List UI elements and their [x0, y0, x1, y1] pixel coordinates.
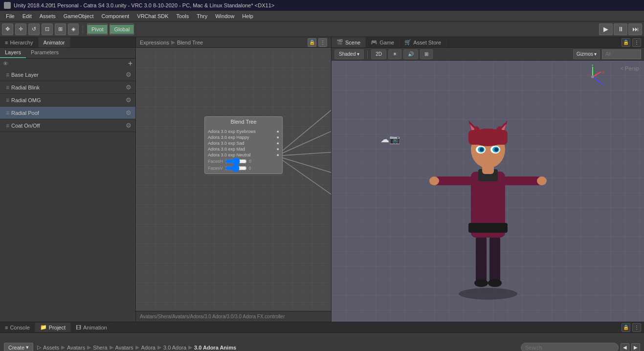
breadcrumb-blend-tree[interactable]: Blend Tree: [177, 40, 203, 45]
layer-coat-onoff[interactable]: Coat On/Off ⚙: [0, 119, 135, 132]
bottom-more-btn[interactable]: ⋮: [632, 323, 641, 332]
layer-radial-omg[interactable]: Radial OMG ⚙: [0, 94, 135, 107]
tab-project[interactable]: 📁 Project: [35, 323, 71, 332]
bc-avatars2[interactable]: Avatars: [115, 345, 133, 351]
right-tab-bar: 🎬 Scene 🎮 Game 🛒 Asset Store 🔒 ⋮: [332, 37, 644, 48]
tool-move[interactable]: ✛: [15, 23, 26, 35]
console-icon: ≡: [5, 325, 8, 330]
tab-parameters[interactable]: Parameters: [26, 48, 64, 58]
bc-adora[interactable]: Adora: [141, 345, 155, 351]
blend-tree-main-node[interactable]: Blend Tree Adora 3.0 exp Eyebrows ● Ador…: [204, 116, 283, 174]
menu-tools[interactable]: Tools: [173, 12, 193, 20]
menu-file[interactable]: File: [2, 12, 19, 20]
tab-hierarchy[interactable]: ≡ Hierarchy: [0, 37, 39, 47]
gizmos-dropdown[interactable]: Gizmos ▾: [573, 49, 600, 59]
menu-help[interactable]: Help: [238, 12, 257, 20]
breadcrumb-expressions[interactable]: Expressions: [140, 40, 169, 45]
menu-gameobject[interactable]: GameObject: [60, 12, 98, 20]
bc-assets[interactable]: Assets: [43, 345, 59, 351]
bt-sad-dot: ●: [277, 141, 279, 146]
unity-icon: [4, 2, 11, 9]
main-node-title: Blend Tree: [205, 117, 282, 127]
menu-edit[interactable]: Edit: [19, 12, 36, 20]
blend-more-btn[interactable]: ⋮: [318, 38, 327, 47]
layer-base[interactable]: Base Layer ⚙: [0, 68, 135, 81]
lighting-btn[interactable]: ☀: [388, 49, 401, 59]
bottom-right: ◀ ▶: [521, 343, 640, 351]
tab-asset-store[interactable]: 🛒 Asset Store: [400, 37, 446, 47]
tool-rotate[interactable]: ↺: [28, 23, 40, 35]
tab-animator[interactable]: Animator: [39, 37, 70, 47]
2d-button[interactable]: 2D: [371, 49, 386, 59]
pause-button[interactable]: ⏸: [614, 23, 627, 35]
tab-layers[interactable]: Layers: [0, 48, 26, 58]
bottom-collapse-btn[interactable]: ◀: [621, 343, 629, 351]
blend-canvas[interactable]: Blend Tree Adora 3.0 exp Eyebrows ● Ador…: [136, 48, 331, 311]
param-facesh-value: 0: [249, 159, 251, 164]
bc-shera[interactable]: Shera: [93, 345, 107, 351]
bottom-lock-btn[interactable]: 🔒: [622, 323, 630, 332]
scene-viewport[interactable]: X Y Z < Persp: [332, 61, 644, 322]
menu-window[interactable]: Window: [211, 12, 238, 20]
skybox-btn[interactable]: ⊞: [420, 49, 433, 59]
svg-line-8: [593, 77, 601, 83]
layer-base-gear[interactable]: ⚙: [126, 71, 132, 78]
global-toggle[interactable]: Global: [110, 23, 134, 35]
bc-avatars[interactable]: Avatars: [67, 345, 85, 351]
tab-animation[interactable]: 🎞 Animation: [71, 323, 112, 332]
shaded-dropdown[interactable]: Shaded ▾: [334, 49, 364, 59]
menu-component[interactable]: Component: [97, 12, 133, 20]
create-button[interactable]: Create ▾: [4, 343, 33, 351]
scene-more-btn[interactable]: ⋮: [632, 38, 641, 47]
tool-rect[interactable]: ⊞: [55, 23, 66, 35]
audio-btn[interactable]: 🔊: [403, 49, 418, 59]
menu-assets[interactable]: Assets: [36, 12, 60, 20]
tool-scale[interactable]: ⊡: [42, 23, 53, 35]
bt-param-facesh[interactable]: FacesH 0: [208, 158, 279, 165]
pivot-option[interactable]: Pivot: [88, 25, 107, 34]
bt-happy-dot: ●: [277, 135, 279, 140]
bt-row-mad: Adora 3.0 exp Mad ●: [208, 146, 279, 152]
layer-radial-poof-name: Radial Poof: [6, 110, 39, 116]
2d-label: 2D: [376, 51, 382, 57]
layer-coat-onoff-gear[interactable]: ⚙: [126, 122, 132, 129]
menu-thry[interactable]: Thry: [193, 12, 211, 20]
tool-transform[interactable]: ◈: [68, 23, 79, 35]
layer-radial-poof-gear[interactable]: ⚙: [126, 109, 132, 116]
tool-hand[interactable]: ✥: [2, 23, 13, 35]
play-button[interactable]: ▶: [599, 23, 613, 35]
bottom-expand-btn[interactable]: ▶: [631, 343, 640, 351]
step-button[interactable]: ⏭: [628, 23, 642, 35]
layer-radial-omg-gear[interactable]: ⚙: [126, 96, 132, 104]
layer-radial-blink-gear[interactable]: ⚙: [126, 84, 132, 91]
bt-param-facesv[interactable]: FacesV 0: [208, 165, 279, 172]
tab-game[interactable]: 🎮 Game: [366, 37, 400, 47]
hierarchy-label: Hierarchy: [10, 40, 33, 45]
bt-neutral-label: Adora 3.0 exp Neutral: [208, 153, 251, 157]
param-facesv-slider[interactable]: [225, 166, 247, 170]
layer-radial-blink[interactable]: Radial Blink ⚙: [0, 81, 135, 94]
add-layer-button[interactable]: +: [128, 60, 133, 67]
bt-row-eyebrows: Adora 3.0 exp Eyebrows ●: [208, 129, 279, 134]
tab-console[interactable]: ≡ Console: [0, 323, 35, 332]
bc-3adora[interactable]: 3.0 Adora: [163, 345, 186, 351]
bt-sad-label: Adora 3.0 exp Sad: [208, 141, 244, 146]
shaded-label: Shaded: [339, 51, 355, 57]
bottom-search-input[interactable]: [521, 343, 619, 351]
scene-lock-btn[interactable]: 🔒: [622, 38, 630, 47]
axis-gizmo-svg: X Y Z: [580, 65, 605, 89]
asset-store-label: Asset Store: [413, 40, 441, 45]
svg-point-13: [459, 288, 517, 300]
pivot-toggle[interactable]: Pivot: [87, 23, 108, 35]
tab-scene[interactable]: 🎬 Scene: [332, 37, 366, 47]
camera-icon-area: ☁📷: [380, 134, 400, 145]
layer-radial-poof[interactable]: Radial Poof ⚙: [0, 107, 135, 119]
blend-lock-btn[interactable]: 🔒: [308, 38, 316, 47]
left-panel: ≡ Hierarchy Animator Layers Parameters 👁…: [0, 37, 136, 322]
bc-3adora-anims[interactable]: 3.0 Adora Anims: [194, 345, 236, 351]
menu-vrchatsdk[interactable]: VRChat SDK: [133, 12, 172, 20]
param-facesh-slider[interactable]: [225, 159, 247, 163]
svg-rect-15: [489, 235, 500, 284]
scene-search[interactable]: [602, 49, 641, 59]
global-option[interactable]: Global: [110, 25, 133, 34]
